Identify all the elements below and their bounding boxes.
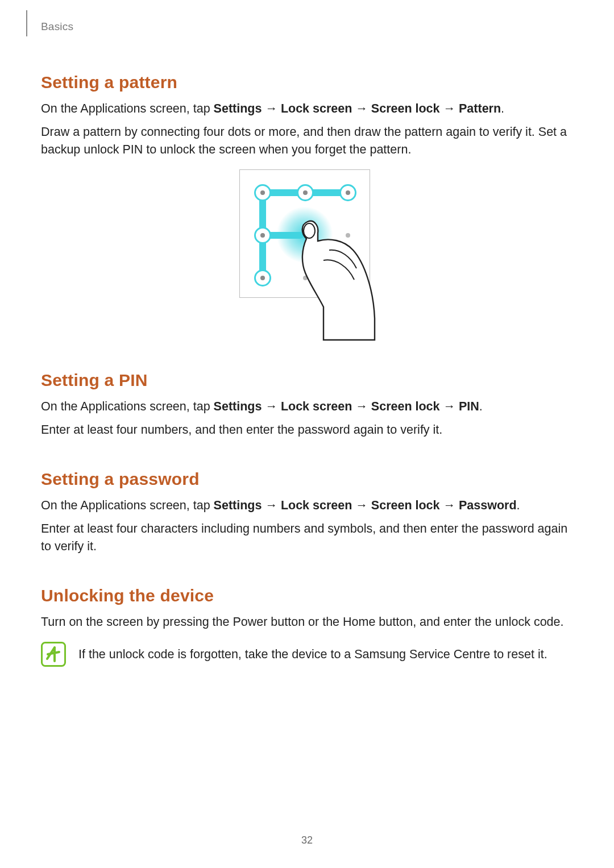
arrow-icon: → — [355, 499, 368, 512]
nav-item: Settings — [214, 400, 262, 413]
pattern-dot — [254, 269, 271, 286]
text: On the Applications screen, tap — [41, 400, 214, 413]
pattern-dot — [297, 184, 314, 201]
arrow-icon: → — [355, 102, 368, 115]
arrow-icon: → — [443, 102, 456, 115]
pin-nav: On the Applications screen, tap Settings… — [41, 398, 569, 416]
pattern-dot — [339, 184, 356, 201]
password-nav: On the Applications screen, tap Settings… — [41, 497, 569, 514]
arrow-icon: → — [443, 400, 456, 413]
pattern-figure — [41, 169, 569, 340]
arrow-icon: → — [355, 400, 368, 413]
nav-item: Settings — [214, 499, 262, 512]
nav-item: Pattern — [459, 102, 501, 115]
pin-body: Enter at least four numbers, and then en… — [41, 421, 569, 439]
text: . — [479, 400, 483, 413]
note-icon — [41, 642, 66, 667]
nav-item: Lock screen — [281, 400, 352, 413]
nav-item: Lock screen — [281, 102, 352, 115]
text: On the Applications screen, tap — [41, 499, 214, 512]
unlock-body: Turn on the screen by pressing the Power… — [41, 613, 569, 631]
pattern-nav: On the Applications screen, tap Settings… — [41, 100, 569, 118]
heading-unlock: Unlocking the device — [41, 586, 569, 605]
header-divider — [26, 10, 27, 36]
page-number: 32 — [0, 834, 614, 846]
nav-item: Screen lock — [371, 499, 440, 512]
text: . — [517, 499, 520, 512]
nav-item: Screen lock — [371, 102, 440, 115]
note-row: If the unlock code is forgotten, take th… — [41, 642, 569, 667]
arrow-icon: → — [265, 400, 277, 413]
heading-pin: Setting a PIN — [41, 371, 569, 390]
heading-password: Setting a password — [41, 470, 569, 489]
nav-item: PIN — [459, 400, 479, 413]
heading-pattern: Setting a pattern — [41, 73, 569, 92]
content: Setting a pattern On the Applications sc… — [41, 17, 569, 667]
pattern-figure-inner — [239, 169, 370, 340]
arrow-icon: → — [265, 499, 277, 512]
pattern-dot — [254, 184, 271, 201]
arrow-icon: → — [443, 499, 456, 512]
page: Basics Setting a pattern On the Applicat… — [0, 0, 614, 868]
nav-item: Password — [459, 499, 517, 512]
pattern-body: Draw a pattern by connecting four dots o… — [41, 123, 569, 159]
nav-item: Lock screen — [281, 499, 352, 512]
pattern-dot — [254, 227, 271, 244]
nav-item: Settings — [214, 102, 262, 115]
text: On the Applications screen, tap — [41, 102, 214, 115]
password-body: Enter at least four characters including… — [41, 520, 569, 555]
nav-item: Screen lock — [371, 400, 440, 413]
breadcrumb: Basics — [41, 20, 73, 33]
note-text: If the unlock code is forgotten, take th… — [78, 646, 547, 663]
text: . — [501, 102, 504, 115]
arrow-icon: → — [265, 102, 277, 115]
hand-icon — [289, 216, 386, 341]
